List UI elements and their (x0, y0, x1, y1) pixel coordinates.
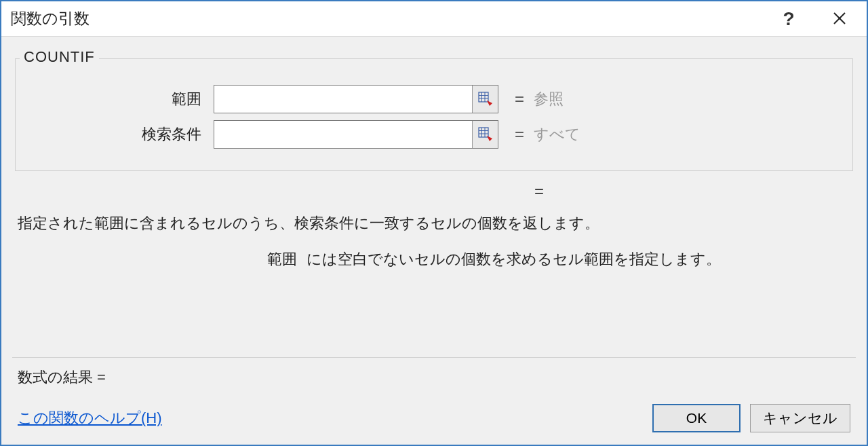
equals-symbol: = (498, 90, 526, 109)
formula-result-label: 数式の結果 = (18, 369, 106, 386)
argument-text: には空白でないセルの個数を求めるセル範囲を指定します。 (307, 250, 721, 267)
formula-result: 数式の結果 = (15, 367, 853, 388)
result-preview: = (18, 182, 850, 201)
svg-marker-7 (487, 100, 492, 106)
svg-rect-8 (479, 128, 488, 137)
arguments-group: COUNTIF 範囲 (15, 58, 853, 171)
footer-buttons: OK キャンセル (652, 404, 850, 432)
equals-symbol: = (498, 125, 526, 144)
close-button[interactable] (812, 1, 867, 37)
range-hint: 参照 (526, 89, 564, 109)
criteria-refedit-button[interactable] (472, 121, 498, 148)
svg-marker-13 (487, 136, 492, 141)
footer: この関数のヘルプ(H) OK キャンセル (15, 404, 853, 445)
range-refedit-button[interactable] (472, 86, 498, 113)
field-row-range: 範囲 (31, 85, 837, 113)
dialog-title: 関数の引数 (11, 8, 765, 29)
help-icon: ? (783, 8, 794, 30)
cancel-button[interactable]: キャンセル (750, 404, 850, 432)
ok-button[interactable]: OK (652, 404, 741, 432)
function-arguments-dialog: 関数の引数 ? COUNTIF 範囲 (0, 0, 868, 446)
close-icon (833, 8, 846, 30)
function-name-legend: COUNTIF (20, 48, 99, 66)
range-input-wrap (214, 85, 498, 113)
criteria-hint: すべて (526, 124, 580, 145)
separator (12, 357, 856, 358)
criteria-input-wrap (214, 120, 498, 149)
argument-description: 範囲には空白でないセルの個数を求めるセル範囲を指定します。 (267, 248, 850, 270)
criteria-input[interactable] (214, 121, 472, 148)
dialog-content: COUNTIF 範囲 (1, 37, 867, 445)
function-description: 指定された範囲に含まれるセルのうち、検索条件に一致するセルの個数を返します。 (18, 212, 850, 234)
svg-rect-2 (479, 92, 488, 102)
refedit-icon (478, 92, 493, 107)
criteria-label: 検索条件 (31, 124, 214, 145)
range-input[interactable] (214, 86, 472, 113)
titlebar: 関数の引数 ? (1, 1, 867, 37)
help-button[interactable]: ? (765, 1, 812, 37)
field-row-criteria: 検索条件 (31, 120, 837, 149)
argument-name: 範囲 (267, 250, 297, 267)
range-label: 範囲 (31, 89, 214, 109)
refedit-icon (478, 127, 493, 142)
function-help-link[interactable]: この関数のヘルプ(H) (18, 408, 162, 428)
description-area: = 指定された範囲に含まれるセルのうち、検索条件に一致するセルの個数を返します。… (15, 171, 853, 270)
